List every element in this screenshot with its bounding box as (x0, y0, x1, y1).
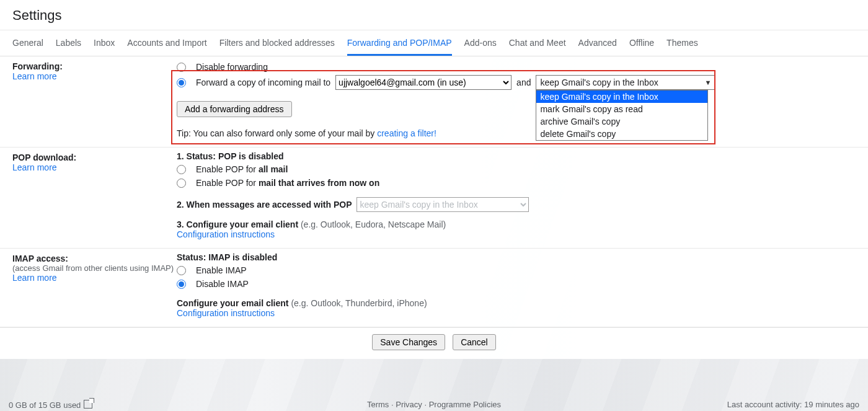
external-link-icon (84, 400, 92, 409)
pop-learn-more-link[interactable]: Learn more (12, 162, 57, 172)
tab-advanced[interactable]: Advanced (578, 30, 617, 56)
tab-inbox[interactable]: Inbox (94, 30, 115, 56)
pop-action-select[interactable]: keep Gmail's copy in the Inbox (356, 197, 529, 212)
imap-heading: IMAP access: (12, 254, 177, 263)
footer: 0 GB of 15 GB used Terms · Privacy · Pro… (0, 397, 868, 411)
forwarding-address-select[interactable]: ujjwalgoel64@gmail.com (in use) (335, 75, 512, 90)
section-forwarding: Forwarding: Learn more Disable forwardin… (0, 56, 868, 148)
pop-q3-bold: 3. Configure your email client (177, 219, 301, 229)
imap-cfg-rest: (e.g. Outlook, Thunderbird, iPhone) (291, 298, 427, 308)
save-changes-button[interactable]: Save Changes (372, 334, 445, 350)
pop-q2-label: 2. When messages are accessed with POP (177, 198, 352, 211)
forwarding-action-option[interactable]: keep Gmail's copy in the Inbox (536, 91, 707, 103)
pop-status-value: POP is disabled (218, 151, 284, 161)
pop-status-label: 1. Status: (177, 151, 218, 161)
label-pop-now-prefix: Enable POP for (196, 178, 259, 188)
label-forward-copy: Forward a copy of incoming mail to (196, 76, 330, 89)
cancel-button[interactable]: Cancel (453, 334, 496, 350)
creating-filter-link[interactable]: creating a filter! (377, 128, 436, 138)
imap-learn-more-link[interactable]: Learn more (12, 273, 57, 283)
tab-themes[interactable]: Themes (666, 30, 698, 56)
radio-forward-copy[interactable] (177, 78, 186, 87)
tab-add-ons[interactable]: Add-ons (464, 30, 497, 56)
last-activity-text: Last account activity: 19 minutes ago (727, 400, 859, 409)
tab-chat-and-meet[interactable]: Chat and Meet (509, 30, 566, 56)
label-and: and (516, 76, 531, 89)
section-imap: IMAP access: (access Gmail from other cl… (0, 249, 868, 327)
label-disable-imap: Disable IMAP (196, 277, 249, 291)
label-pop-all-bold: all mail (259, 164, 288, 174)
forwarding-action-option[interactable]: mark Gmail's copy as read (536, 103, 707, 115)
imap-subtext: (access Gmail from other clients using I… (12, 263, 177, 273)
forwarding-action-dropdown[interactable]: keep Gmail's copy in the Inboxmark Gmail… (536, 90, 708, 141)
pop-config-instructions-link[interactable]: Configuration instructions (177, 229, 275, 239)
forwarding-learn-more-link[interactable]: Learn more (12, 71, 57, 81)
label-enable-imap: Enable IMAP (196, 263, 247, 277)
footer-privacy-link[interactable]: Privacy (396, 400, 422, 409)
forwarding-action-selected: keep Gmail's copy in the Inbox (540, 76, 658, 89)
storage-used-text: 0 GB of 15 GB used (9, 400, 92, 410)
imap-config-instructions-link[interactable]: Configuration instructions (177, 308, 275, 318)
imap-status-value: IMAP is disabled (208, 252, 277, 262)
tab-filters-and-blocked-addresses[interactable]: Filters and blocked addresses (219, 30, 335, 56)
imap-status-label: Status: (177, 252, 208, 262)
pop-q3-rest: (e.g. Outlook, Eudora, Netscape Mail) (301, 219, 446, 229)
pop-heading: POP download: (12, 152, 177, 162)
footer-terms-link[interactable]: Terms (367, 400, 389, 409)
label-disable-forwarding: Disable forwarding (196, 60, 268, 74)
forwarding-tip-text: Tip: You can also forward only some of y… (177, 128, 377, 138)
tab-offline[interactable]: Offline (629, 30, 654, 56)
label-pop-all-prefix: Enable POP for (196, 164, 259, 174)
forwarding-action-option[interactable]: archive Gmail's copy (536, 115, 707, 128)
add-forwarding-address-button[interactable]: Add a forwarding address (177, 101, 292, 117)
page-title: Settings (0, 0, 868, 30)
chevron-down-icon: ▼ (705, 76, 712, 89)
radio-enable-imap[interactable] (177, 266, 186, 275)
forwarding-action-select[interactable]: keep Gmail's copy in the Inbox ▼ keep Gm… (536, 75, 715, 90)
forwarding-heading: Forwarding: (12, 61, 177, 71)
radio-disable-forwarding[interactable] (177, 63, 186, 72)
imap-cfg-bold: Configure your email client (177, 298, 291, 308)
label-pop-now-bold: mail that arrives from now on (259, 178, 379, 188)
radio-pop-all-mail[interactable] (177, 165, 186, 174)
section-pop: POP download: Learn more 1. Status: POP … (0, 148, 868, 249)
tab-accounts-and-import[interactable]: Accounts and Import (127, 30, 206, 56)
radio-disable-imap[interactable] (177, 280, 186, 289)
save-cancel-bar: Save Changes Cancel (0, 327, 868, 359)
forwarding-action-option[interactable]: delete Gmail's copy (536, 128, 707, 140)
tab-forwarding-and-pop-imap[interactable]: Forwarding and POP/IMAP (347, 30, 452, 56)
radio-pop-from-now[interactable] (177, 179, 186, 188)
tab-labels[interactable]: Labels (56, 30, 81, 56)
settings-tabs: GeneralLabelsInboxAccounts and ImportFil… (0, 30, 868, 56)
tab-general[interactable]: General (12, 30, 43, 56)
footer-policies-link[interactable]: Programme Policies (429, 400, 501, 409)
